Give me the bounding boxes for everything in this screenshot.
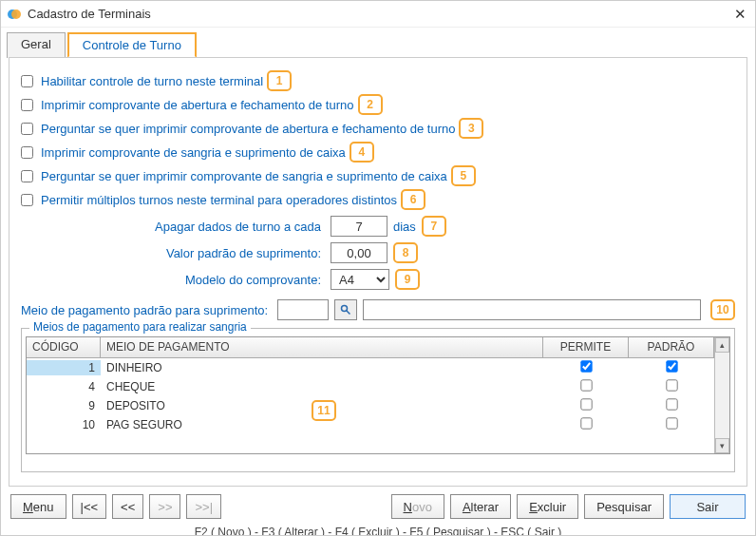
- group-title: Meios de pagamento para realizar sangria: [29, 320, 251, 334]
- badge-7: 7: [422, 216, 446, 237]
- lbl-valor: Valor padrão de suprimento:: [21, 246, 325, 260]
- tab-controle-turno[interactable]: Controle de Turno: [67, 32, 197, 58]
- badge-5: 5: [451, 165, 476, 186]
- app-icon: [7, 7, 22, 22]
- cell-name: CHEQUE: [101, 379, 543, 394]
- scroll-down-icon[interactable]: ▾: [715, 438, 729, 453]
- select-modelo-comprovante[interactable]: A4: [331, 269, 389, 290]
- svg-point-2: [342, 306, 348, 312]
- lbl-multiplos: Permitir múltiplos turnos neste terminal…: [41, 193, 397, 207]
- input-valor-suprimento[interactable]: [331, 242, 387, 263]
- cell-code: 4: [27, 379, 101, 394]
- alterar-button[interactable]: Alterar: [450, 494, 511, 519]
- pesquisar-button[interactable]: Pesquisar: [584, 494, 664, 519]
- first-button[interactable]: |<<: [72, 494, 107, 519]
- chk-padrao[interactable]: [666, 417, 677, 429]
- badge-2: 2: [358, 94, 383, 115]
- scroll-up-icon[interactable]: ▴: [715, 337, 729, 353]
- svg-line-3: [347, 311, 350, 315]
- table-row[interactable]: 9DEPOSITO: [27, 396, 714, 415]
- excluir-button[interactable]: Excluir: [517, 494, 578, 519]
- svg-point-1: [11, 10, 21, 19]
- sair-button[interactable]: Sair: [670, 494, 746, 519]
- badge-3: 3: [459, 118, 483, 139]
- badge-9: 9: [395, 269, 420, 290]
- chk-padrao[interactable]: [666, 360, 677, 372]
- col-permite[interactable]: PERMITE: [543, 337, 629, 357]
- cell-code: 10: [27, 417, 101, 432]
- badge-1: 1: [267, 70, 292, 91]
- lbl-perguntar-sangria: Perguntar se quer imprimir comprovante d…: [41, 169, 447, 183]
- table-row[interactable]: 4CHEQUE: [27, 377, 714, 396]
- scroll-track[interactable]: [715, 353, 729, 438]
- tab-geral[interactable]: Geral: [7, 32, 66, 58]
- tab-panel: Habilitar controle de turno neste termin…: [9, 57, 747, 487]
- title-bar: Cadastro de Terminais ✕: [1, 1, 755, 28]
- close-icon[interactable]: ✕: [730, 6, 749, 23]
- chk-permite[interactable]: [580, 379, 592, 391]
- search-icon: [340, 304, 351, 316]
- last-button[interactable]: >>|: [186, 494, 221, 519]
- menu-button[interactable]: Menu: [10, 494, 66, 519]
- lbl-apagar: Apagar dados de turno a cada: [21, 220, 325, 234]
- grid-header: CÓDIGO MEIO DE PAGAMENTO PERMITE PADRÃO: [27, 337, 714, 358]
- search-button[interactable]: [334, 299, 357, 320]
- cell-code: 1: [27, 360, 101, 375]
- grid-meios: CÓDIGO MEIO DE PAGAMENTO PERMITE PADRÃO …: [26, 336, 730, 454]
- chk-permite[interactable]: [580, 360, 592, 372]
- table-row[interactable]: 10PAG SEGURO: [27, 415, 714, 434]
- chk-permite[interactable]: [580, 398, 592, 410]
- chk-imprimir-turno[interactable]: [21, 99, 33, 111]
- cell-name: DINHEIRO: [101, 360, 543, 375]
- table-row[interactable]: 1DINHEIRO: [27, 358, 714, 377]
- badge-6: 6: [401, 189, 425, 210]
- next-button[interactable]: >>: [149, 494, 180, 519]
- chk-imprimir-sangria[interactable]: [21, 146, 33, 159]
- prev-button[interactable]: <<: [112, 494, 143, 519]
- tabs: Geral Controle de Turno: [1, 28, 755, 57]
- window-title: Cadastro de Terminais: [28, 7, 151, 21]
- novo-button[interactable]: Novo: [391, 494, 444, 519]
- lbl-perguntar-turno: Perguntar se quer imprimir comprovante d…: [41, 122, 455, 136]
- lbl-imprimir-sangria: Imprimir comprovante de sangria e suprim…: [41, 145, 346, 160]
- col-meio[interactable]: MEIO DE PAGAMENTO: [101, 337, 543, 357]
- lbl-meio-pagamento: Meio de pagamento padrão para suprimento…: [21, 303, 272, 317]
- lbl-modelo: Modelo do comprovante:: [21, 273, 325, 287]
- badge-10: 10: [710, 299, 735, 320]
- badge-11: 11: [312, 400, 336, 421]
- badge-8: 8: [393, 242, 418, 263]
- badge-4: 4: [350, 142, 374, 163]
- chk-perguntar-sangria[interactable]: [21, 170, 33, 182]
- chk-multiplos[interactable]: [21, 194, 33, 206]
- chk-habilitar[interactable]: [21, 75, 33, 87]
- chk-perguntar-turno[interactable]: [21, 123, 33, 135]
- button-bar: Menu |<< << >> >>| Novo Alterar Excluir …: [1, 490, 755, 523]
- input-meio-desc[interactable]: [363, 299, 701, 320]
- lbl-habilitar: Habilitar controle de turno neste termin…: [41, 74, 263, 88]
- scrollbar[interactable]: ▴ ▾: [714, 337, 729, 453]
- status-bar: F2 ( Novo ) - F3 ( Alterar ) - F4 ( Excl…: [1, 523, 755, 536]
- chk-permite[interactable]: [580, 417, 592, 429]
- lbl-imprimir-turno: Imprimir comprovante de abertura e fecha…: [41, 98, 354, 112]
- col-padrao[interactable]: PADRÃO: [629, 337, 714, 357]
- chk-padrao[interactable]: [666, 398, 677, 410]
- col-codigo[interactable]: CÓDIGO: [27, 337, 101, 357]
- lbl-dias: dias: [393, 220, 416, 234]
- group-meios-sangria: Meios de pagamento para realizar sangria…: [21, 328, 735, 472]
- cell-code: 9: [27, 398, 101, 413]
- input-apagar-dias[interactable]: [331, 216, 387, 237]
- chk-padrao[interactable]: [666, 379, 677, 391]
- input-meio-code[interactable]: [277, 299, 329, 320]
